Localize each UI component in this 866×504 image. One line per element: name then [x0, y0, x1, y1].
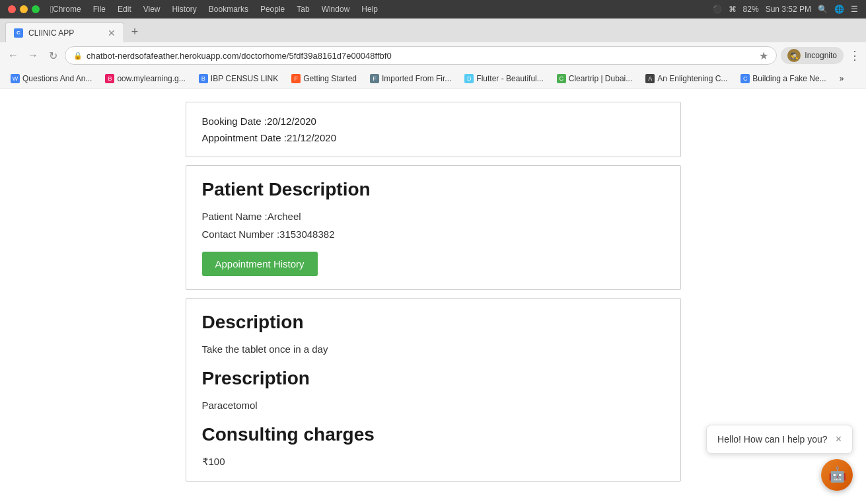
- bookmark-building-icon: C: [740, 74, 750, 83]
- consulting-charge: ₹100: [202, 456, 665, 468]
- clock: Sun 3:52 PM: [766, 5, 811, 14]
- bookmark-enlightening[interactable]: A An Enlightening C...: [640, 73, 733, 85]
- booking-date-card: Booking Date :20/12/2020 Appointment Dat…: [186, 102, 681, 157]
- bookmark-ibp[interactable]: B IBP CENSUS LINK: [194, 73, 283, 85]
- bookmark-ibp-icon: B: [199, 74, 208, 83]
- bookmark-oow[interactable]: B oow.mylearning.g...: [100, 73, 190, 85]
- globe-icon[interactable]: 🌐: [834, 5, 844, 14]
- forward-button[interactable]: →: [25, 48, 41, 63]
- menu-view[interactable]: View: [143, 5, 161, 14]
- chat-bubble: Hello! How can I help you? ×: [706, 425, 853, 454]
- title-bar:  Chrome File Edit View History Bookmark…: [0, 0, 866, 18]
- bookmark-questions-icon: W: [11, 74, 20, 83]
- menu-edit[interactable]: Edit: [118, 5, 131, 14]
- bookmark-questions-label: Questions And An...: [22, 74, 92, 83]
- appointment-date: Appointment Date :21/12/2020: [202, 132, 665, 143]
- address-bar[interactable]: 🔒 chatbot-nerdsofafeather.herokuapp.com/…: [65, 46, 777, 65]
- title-bar-menu: Chrome File Edit View History Bookmarks …: [53, 5, 378, 14]
- chat-avatar-icon: 🤖: [828, 466, 846, 484]
- bookmark-flutter-label: Flutter - Beautiful...: [476, 74, 543, 83]
- patient-description-card: Patient Description Patient Name :Archee…: [186, 165, 681, 290]
- traffic-lights: [8, 5, 40, 13]
- bookmark-cleartrip-label: Cleartrip | Dubai...: [569, 74, 633, 83]
- bookmark-getting-started-icon: F: [291, 74, 301, 83]
- incognito-label: Incognito: [805, 51, 837, 60]
- bookmark-oow-icon: B: [105, 74, 114, 83]
- menu-people[interactable]: People: [260, 5, 285, 14]
- wifi-icon: ⌘: [729, 5, 737, 14]
- address-bar-row: ← → ↻ 🔒 chatbot-nerdsofafeather.herokuap…: [0, 42, 866, 69]
- hamburger-icon[interactable]: ☰: [851, 5, 858, 14]
- bookmark-imported-icon: F: [370, 74, 379, 83]
- patient-name: Patient Name :Archeel: [202, 211, 665, 222]
- bookmark-oow-label: oow.mylearning.g...: [117, 74, 185, 83]
- consulting-charges-title: Consulting charges: [202, 424, 665, 445]
- chat-widget: Hello! How can I help you? × 🤖: [706, 425, 853, 491]
- tab-label: CLIINIC APP: [28, 28, 74, 38]
- bookmark-enlightening-label: An Enlightening C...: [657, 74, 727, 83]
- bookmark-flutter[interactable]: D Flutter - Beautiful...: [459, 73, 548, 85]
- menu-chrome[interactable]: Chrome: [53, 5, 81, 14]
- tab-close-button[interactable]: ✕: [108, 28, 116, 38]
- description-title: Description: [202, 312, 665, 333]
- active-tab[interactable]: C CLIINIC APP ✕: [5, 22, 124, 42]
- menu-bookmarks[interactable]: Bookmarks: [209, 5, 248, 14]
- close-window-button[interactable]: [8, 5, 16, 13]
- bookmark-getting-started-label: Getting Started: [303, 74, 357, 83]
- title-bar-right: ⚫ ⌘ 82% Sun 3:52 PM 🔍 🌐 ☰: [712, 5, 858, 14]
- menu-window[interactable]: Window: [322, 5, 350, 14]
- appointment-history-button[interactable]: Appointment History: [202, 252, 318, 276]
- battery-level: 82%: [743, 5, 759, 14]
- bookmark-more-label: »: [840, 74, 844, 83]
- description-card: Description Take the tablet once in a da…: [186, 298, 681, 482]
- bookmark-flutter-icon: D: [464, 74, 474, 83]
- reload-button[interactable]: ↻: [45, 48, 61, 63]
- chrome-menu-icon[interactable]: ⋮: [849, 48, 861, 63]
- chat-message: Hello! How can I help you?: [717, 434, 828, 445]
- bookmark-building-label: Building a Fake Ne...: [752, 74, 826, 83]
- bookmark-getting-started[interactable]: F Getting Started: [286, 73, 362, 85]
- prescription-title: Prescription: [202, 368, 665, 389]
- bookmark-cleartrip[interactable]: C Cleartrip | Dubai...: [552, 73, 638, 85]
- patient-description-title: Patient Description: [202, 179, 665, 200]
- incognito-avatar: 🕵: [787, 49, 801, 62]
- bookmark-imported-label: Imported From Fir...: [382, 74, 451, 83]
- bookmark-imported[interactable]: F Imported From Fir...: [365, 73, 456, 85]
- search-icon[interactable]: 🔍: [818, 5, 828, 14]
- bookmark-more[interactable]: »: [834, 73, 849, 85]
- incognito-button[interactable]: 🕵 Incognito: [781, 47, 844, 64]
- booking-date: Booking Date :20/12/2020: [202, 116, 665, 127]
- battery-icon: ⚫: [712, 5, 722, 14]
- address-text: chatbot-nerdsofafeather.herokuapp.com/do…: [87, 51, 392, 61]
- bookmark-star-icon[interactable]: ★: [759, 50, 768, 62]
- bookmark-building[interactable]: C Building a Fake Ne...: [735, 73, 831, 85]
- menu-help[interactable]: Help: [361, 5, 378, 14]
- tab-favicon: C: [14, 28, 23, 38]
- new-tab-button[interactable]: +: [126, 22, 144, 41]
- tab-bar: C CLIINIC APP ✕ +: [0, 18, 866, 42]
- back-button[interactable]: ←: [5, 48, 21, 63]
- lock-icon: 🔒: [73, 52, 83, 60]
- menu-history[interactable]: History: [172, 5, 197, 14]
- address-bar-right: 🕵 Incognito ⋮: [781, 47, 861, 64]
- bookmark-enlightening-icon: A: [645, 74, 655, 83]
- bookmark-questions[interactable]: W Questions And An...: [5, 73, 97, 85]
- maximize-window-button[interactable]: [32, 5, 40, 13]
- menu-file[interactable]: File: [93, 5, 106, 14]
- bookmarks-bar: W Questions And An... B oow.mylearning.g…: [0, 69, 866, 89]
- contact-number: Contact Number :3153048382: [202, 229, 665, 240]
- chat-avatar-button[interactable]: 🤖: [821, 459, 853, 491]
- bookmark-ibp-label: IBP CENSUS LINK: [211, 74, 278, 83]
- chat-close-button[interactable]: ×: [836, 433, 842, 445]
- bookmark-cleartrip-icon: C: [557, 74, 566, 83]
- menu-tab[interactable]: Tab: [297, 5, 309, 14]
- minimize-window-button[interactable]: [20, 5, 28, 13]
- description-text: Take the tablet once in a day: [202, 343, 665, 355]
- prescription-text: Paracetomol: [202, 400, 665, 411]
